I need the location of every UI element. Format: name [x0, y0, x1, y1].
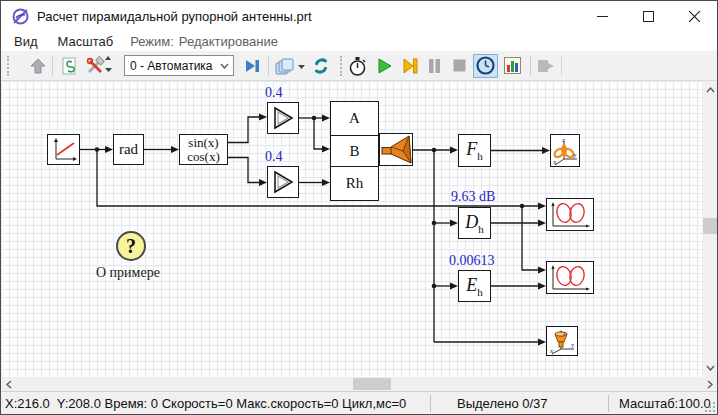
tools-button[interactable]	[84, 54, 114, 78]
scroll-down-button[interactable]	[702, 361, 718, 375]
sim-time-button[interactable]	[346, 54, 369, 78]
row-a-label: A	[349, 110, 360, 127]
axis-y-label: y	[571, 341, 575, 348]
status-separator	[608, 395, 609, 412]
status-scale: Масштаб:100.0	[619, 396, 711, 411]
sincos-line2: cos(x)	[187, 150, 220, 164]
minimize-button[interactable]	[579, 1, 625, 31]
eh-label: Eh	[466, 275, 483, 298]
up-arrow-icon	[28, 56, 48, 76]
run-to-end-button[interactable]	[398, 54, 421, 78]
mode-label: Режим:	[130, 34, 174, 49]
status-coordinates: X:216.0 Y:208.0 Время: 0 Скорость=0 Макс…	[5, 396, 406, 411]
automation-dropdown-value: 0 - Автоматика	[130, 59, 213, 73]
pattern-3d-block[interactable]: z x y	[550, 134, 580, 167]
dh-block[interactable]: Dh	[458, 207, 491, 239]
clock-icon	[475, 55, 496, 76]
about-example-button[interactable]: ?	[116, 231, 146, 261]
axis-z-label: z	[562, 136, 565, 144]
amplifier-icon	[270, 169, 296, 195]
vertical-scroll-thumb[interactable]	[703, 218, 717, 234]
dh-base: D	[465, 212, 478, 232]
chevron-down-icon	[706, 365, 715, 371]
horizontal-scrollbar[interactable]	[1, 377, 702, 391]
pause-icon	[426, 57, 443, 75]
polar-plot-top-block[interactable]	[546, 198, 594, 231]
eh-base: E	[466, 275, 477, 295]
stop-button[interactable]	[449, 54, 470, 78]
input-row-b: B	[331, 135, 378, 168]
bar-chart-icon	[502, 55, 523, 76]
maximize-button[interactable]	[625, 1, 671, 31]
layers-button[interactable]	[273, 54, 307, 78]
status-selected: Выделено 0/37	[457, 396, 548, 411]
export-data-button[interactable]	[534, 54, 557, 78]
horn-3d-view-block[interactable]: z x y	[546, 326, 578, 356]
toolbar: 0 - Автоматика	[1, 51, 717, 81]
question-mark-icon: ?	[126, 235, 136, 258]
charts-button[interactable]	[501, 54, 524, 78]
resize-grip[interactable]	[705, 402, 715, 412]
ramp-source-block[interactable]	[47, 134, 80, 165]
vertical-scrollbar[interactable]	[702, 81, 718, 377]
horn-antenna-icon	[381, 135, 412, 165]
toolbar-grip[interactable]	[7, 56, 9, 76]
input-row-rh: Rh	[331, 167, 378, 200]
scroll-left-button[interactable]	[3, 377, 15, 391]
about-example-label: О примере	[96, 265, 160, 281]
fh-label: Fh	[466, 139, 483, 162]
close-button[interactable]	[671, 1, 717, 31]
horn-input-block[interactable]: A B Rh	[330, 101, 379, 201]
refresh-button[interactable]	[309, 54, 332, 78]
status-bar: X:216.0 Y:208.0 Время: 0 Скорость=0 Макс…	[1, 391, 717, 414]
toolbar-separator	[530, 56, 531, 76]
horn-3d-icon: z x y	[548, 328, 576, 355]
polar-plot-bottom-block[interactable]	[546, 261, 594, 294]
horn-antenna-block[interactable]	[379, 133, 413, 166]
axis-y-label: y	[573, 151, 577, 159]
realtime-clock-button[interactable]	[473, 54, 498, 78]
toolbar-panel-edge	[561, 56, 562, 76]
stopwatch-icon	[347, 55, 368, 77]
dh-sub: h	[478, 222, 484, 234]
automation-dropdown[interactable]: 0 - Автоматика	[124, 55, 234, 76]
sincos-line1: sin(x)	[188, 136, 218, 150]
close-icon	[689, 11, 700, 22]
scroll-up-button[interactable]	[702, 83, 718, 97]
menu-scale[interactable]: Масштаб	[55, 34, 117, 49]
script-button[interactable]	[57, 54, 80, 78]
row-rh-label: Rh	[346, 175, 364, 192]
fh-block[interactable]: Fh	[458, 134, 491, 167]
menu-bar: Вид Масштаб Режим: Редактирование	[1, 31, 717, 51]
play-icon	[374, 56, 394, 76]
gain-bottom-block[interactable]	[267, 166, 299, 198]
ramp-source-icon	[50, 137, 78, 163]
horizontal-scroll-thumb[interactable]	[353, 378, 391, 390]
up-level-button[interactable]	[26, 54, 49, 78]
rad-converter-block[interactable]: rad	[113, 134, 144, 165]
row-b-label: B	[349, 143, 359, 160]
dh-label: Dh	[465, 212, 484, 235]
stop-icon	[451, 57, 468, 74]
fh-base: F	[466, 139, 477, 159]
pause-button[interactable]	[424, 54, 445, 78]
app-window: Расчет пирамидальной рупорной антенны.pr…	[0, 0, 718, 415]
export-data-icon	[535, 56, 557, 76]
gain-top-label: 0.4	[265, 85, 283, 101]
menu-view[interactable]: Вид	[11, 34, 41, 49]
sincos-block[interactable]: sin(x) cos(x)	[179, 134, 228, 165]
chevron-left-icon	[6, 380, 12, 389]
scroll-right-button[interactable]	[702, 377, 718, 391]
diagram-canvas[interactable]: rad sin(x) cos(x) 0.4 0.4 A B Rh	[1, 81, 702, 377]
toolbar-separator	[268, 56, 269, 76]
eh-block[interactable]: Eh	[458, 270, 491, 302]
run-button[interactable]	[372, 54, 395, 78]
chevron-down-icon	[220, 63, 229, 69]
toolbar-grip[interactable]	[340, 56, 342, 76]
toolbar-separator	[52, 56, 53, 76]
refresh-icon	[311, 56, 331, 76]
step-into-button[interactable]	[240, 54, 263, 78]
mode-value: Редактирование	[179, 34, 278, 49]
polar-plot-icon	[548, 263, 592, 292]
gain-top-block[interactable]	[267, 102, 299, 134]
